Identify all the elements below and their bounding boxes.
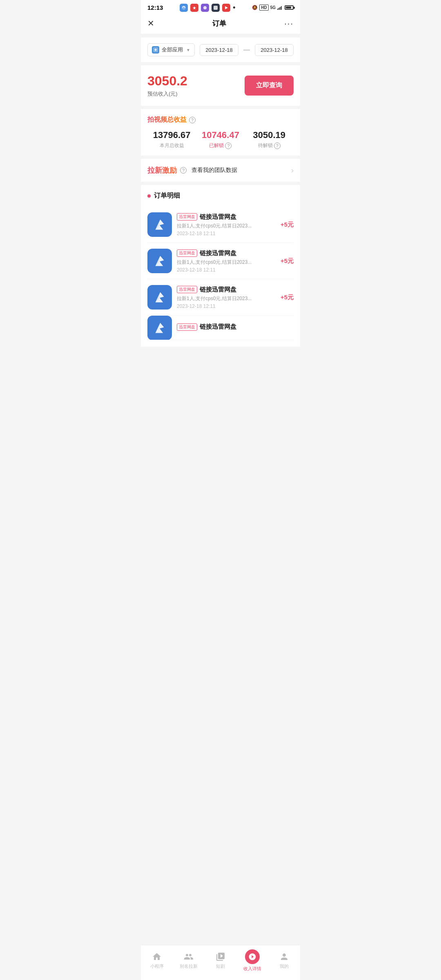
order-amount-1: +5元 (281, 221, 294, 229)
order-desc-1: 拉新1人,支付cps0元,结算日2023... (177, 223, 276, 229)
app-badge-3: 迅雷网盘 (177, 286, 197, 293)
signal-icon (277, 6, 283, 10)
help-icon[interactable]: ? (189, 117, 196, 123)
order-desc-3: 拉新1人,支付cps0元,结算日2023... (177, 295, 276, 302)
xunlei-icon-3 (147, 285, 172, 310)
estimated-label: 预估收入(元) (147, 90, 187, 98)
star-icon (248, 953, 256, 961)
unlocked-value: 10746.47 (196, 130, 245, 140)
nav-item-home[interactable]: 小程序 (141, 952, 173, 969)
svg-marker-3 (225, 6, 228, 9)
svg-point-1 (203, 6, 207, 9)
nav-label-drama: 短剧 (216, 963, 225, 969)
app-badge-1: 迅雷网盘 (177, 213, 197, 220)
unlocked-stat: 10746.47 已解锁 ? (196, 130, 245, 149)
query-button[interactable]: 立即查询 (245, 76, 294, 96)
referral-banner[interactable]: 拉新激励 ? 查看我的团队数据 › (141, 159, 300, 182)
nav-item-drama[interactable]: 短剧 (205, 952, 236, 969)
pending-value: 3050.19 (245, 130, 294, 140)
order-name-2: 链接迅雷网盘 (200, 249, 236, 257)
status-icons: 🔕 HD 5G (252, 4, 294, 11)
total-value: 13796.67 (147, 130, 196, 140)
estimated-amount: 3050.2 (147, 74, 187, 89)
order-item[interactable]: 迅雷网盘 链接迅雷网盘 拉新1人,支付cps0元,结算日2023... 2023… (147, 243, 294, 279)
order-name-1: 链接迅雷网盘 (200, 213, 236, 221)
nav-item-referral[interactable]: 别名拉新 (173, 952, 205, 969)
filter-bar: 全部应用 ▼ 2023-12-18 — 2023-12-18 (141, 38, 300, 62)
svg-rect-4 (277, 9, 278, 10)
order-content-1: 迅雷网盘 链接迅雷网盘 拉新1人,支付cps0元,结算日2023... 2023… (177, 213, 276, 236)
revenue-info: 3050.2 预估收入(元) (147, 74, 187, 98)
unlocked-label: 已解锁 ? (196, 142, 245, 149)
referral-subtitle: 查看我的团队数据 (192, 167, 237, 174)
pending-label: 待解锁 ? (245, 142, 294, 149)
pending-stat: 3050.19 待解锁 ? (245, 130, 294, 149)
app-badge-2: 迅雷网盘 (177, 249, 197, 257)
svg-rect-6 (280, 7, 281, 10)
app-filter[interactable]: 全部应用 ▼ (147, 43, 195, 56)
home-icon (152, 952, 162, 962)
date-to-input[interactable]: 2023-12-18 (255, 44, 294, 56)
order-content-3: 迅雷网盘 链接迅雷网盘 拉新1人,支付cps0元,结算日2023... 2023… (177, 286, 276, 309)
app-icons: • (180, 3, 235, 12)
page-title: 订单 (212, 19, 226, 28)
battery-icon (285, 5, 294, 10)
film-icon (216, 952, 225, 962)
notification-dot: • (233, 3, 235, 12)
svg-rect-7 (281, 6, 282, 10)
user-icon (279, 952, 289, 962)
order-item[interactable]: 迅雷网盘 链接迅雷网盘 (147, 316, 294, 340)
xunlei-icon-2 (147, 249, 172, 273)
order-section-title: 订单明细 (154, 192, 180, 200)
date-separator: — (243, 46, 250, 53)
order-amount-3: +5元 (281, 294, 294, 301)
more-button[interactable]: ··· (284, 19, 294, 28)
nav-label-income: 收入详情 (243, 966, 261, 972)
network-label: 5G (270, 5, 276, 10)
app-filter-label: 全部应用 (162, 46, 183, 53)
nav-label-referral: 别名拉新 (180, 963, 198, 969)
revenue-stats: 13796.67 本月总收益 10746.47 已解锁 ? 3050.19 待解… (147, 130, 294, 149)
app-icon-1 (180, 4, 188, 12)
order-content-2: 迅雷网盘 链接迅雷网盘 拉新1人,支付cps0元,结算日2023... 2023… (177, 249, 276, 273)
order-desc-2: 拉新1人,支付cps0元,结算日2023... (177, 259, 276, 266)
unlocked-help-icon[interactable]: ? (225, 143, 232, 149)
mute-icon: 🔕 (252, 5, 258, 10)
nav-item-profile[interactable]: 我的 (268, 952, 300, 969)
order-name-4: 链接迅雷网盘 (200, 323, 236, 331)
pending-help-icon[interactable]: ? (274, 143, 281, 149)
filter-app-icon (152, 46, 159, 53)
date-from-input[interactable]: 2023-12-18 (200, 44, 238, 56)
nav-item-income[interactable]: 收入详情 (236, 949, 268, 972)
income-active-circle (245, 949, 260, 964)
section-title: 拍视频总收益 (147, 116, 187, 124)
total-revenue-section: 拍视频总收益 ? 13796.67 本月总收益 10746.47 已解锁 ? 3… (141, 109, 300, 156)
nav-label-home: 小程序 (150, 963, 164, 969)
close-button[interactable]: ✕ (147, 18, 154, 28)
order-amount-2: +5元 (281, 257, 294, 265)
order-title-row-2: 迅雷网盘 链接迅雷网盘 (177, 249, 276, 257)
page-header: ✕ 订单 ··· (141, 13, 300, 34)
order-details-section: 订单明细 迅雷网盘 链接迅雷网盘 拉新1人,支付cps0元,结算日2023...… (141, 185, 300, 347)
svg-rect-5 (278, 8, 279, 10)
app-badge-4: 迅雷网盘 (177, 323, 197, 331)
referral-help-icon[interactable]: ? (180, 167, 187, 174)
referral-title: 拉新激励 (147, 165, 177, 175)
person-icon (184, 952, 194, 962)
order-title-row-4: 迅雷网盘 链接迅雷网盘 (177, 323, 294, 331)
order-title-row-1: 迅雷网盘 链接迅雷网盘 (177, 213, 276, 221)
status-time: 12:13 (147, 4, 163, 11)
referral-arrow-icon: › (291, 166, 294, 175)
nav-label-profile: 我的 (280, 963, 289, 969)
revenue-card: 3050.2 预估收入(元) 立即查询 (141, 65, 300, 106)
xunlei-icon-1 (147, 212, 172, 237)
app-icon-3 (201, 4, 209, 12)
order-date-3: 2023-12-18 12:11 (177, 303, 276, 309)
xunlei-icon-4 (147, 316, 172, 340)
referral-left: 拉新激励 ? 查看我的团队数据 (147, 165, 237, 175)
order-item[interactable]: 迅雷网盘 链接迅雷网盘 拉新1人,支付cps0元,结算日2023... 2023… (147, 279, 294, 316)
hd-label: HD (259, 4, 268, 11)
status-bar: 12:13 • 🔕 HD 5G (141, 0, 300, 13)
order-item[interactable]: 迅雷网盘 链接迅雷网盘 拉新1人,支付cps0元,结算日2023... 2023… (147, 207, 294, 243)
order-name-3: 链接迅雷网盘 (200, 286, 236, 294)
